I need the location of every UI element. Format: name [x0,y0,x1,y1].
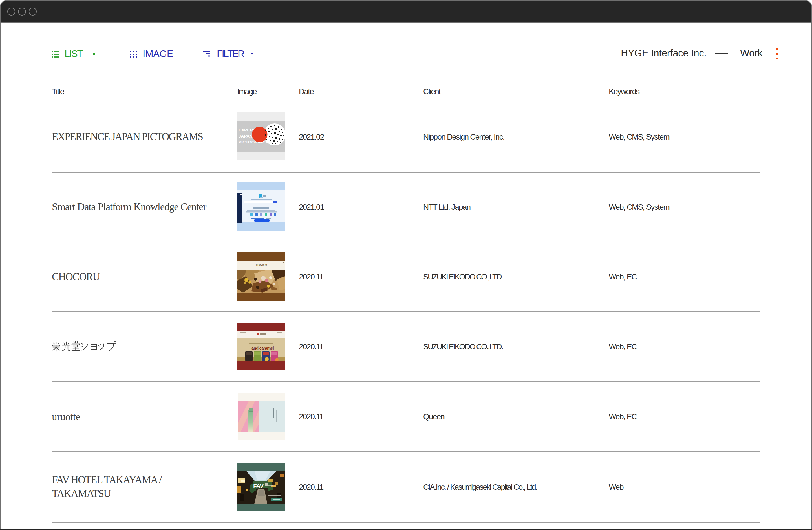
svg-text:CHOCORU: CHOCORU [256,264,267,266]
svg-text:and caramel: and caramel [251,345,274,350]
svg-text:FAV: FAV [253,483,264,489]
svg-text:JAPAN: JAPAN [238,134,252,138]
